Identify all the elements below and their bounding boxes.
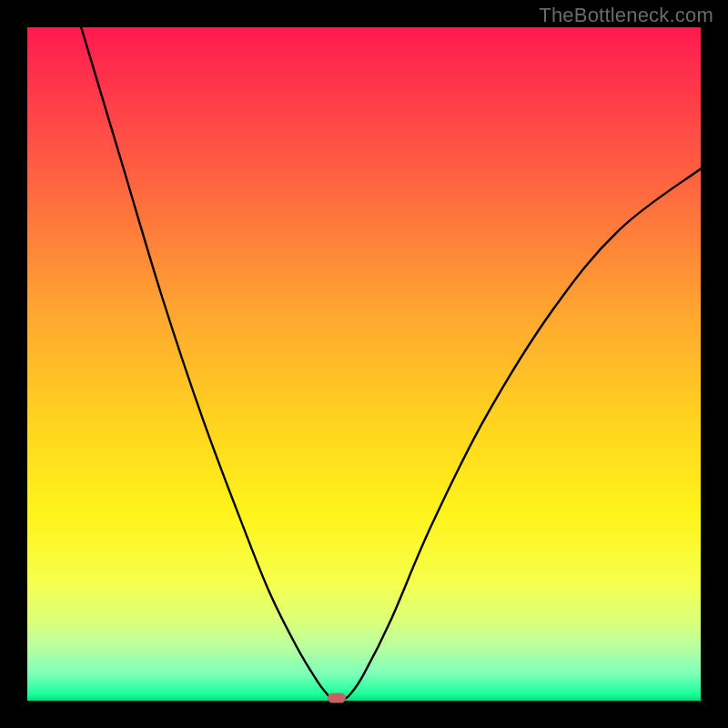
plot-area bbox=[27, 27, 701, 701]
optimal-marker bbox=[328, 693, 346, 703]
watermark-text: TheBottleneck.com bbox=[539, 4, 713, 27]
curve-path bbox=[81, 27, 701, 701]
chart-root: TheBottleneck.com bbox=[0, 0, 728, 728]
bottleneck-curve bbox=[27, 27, 701, 701]
